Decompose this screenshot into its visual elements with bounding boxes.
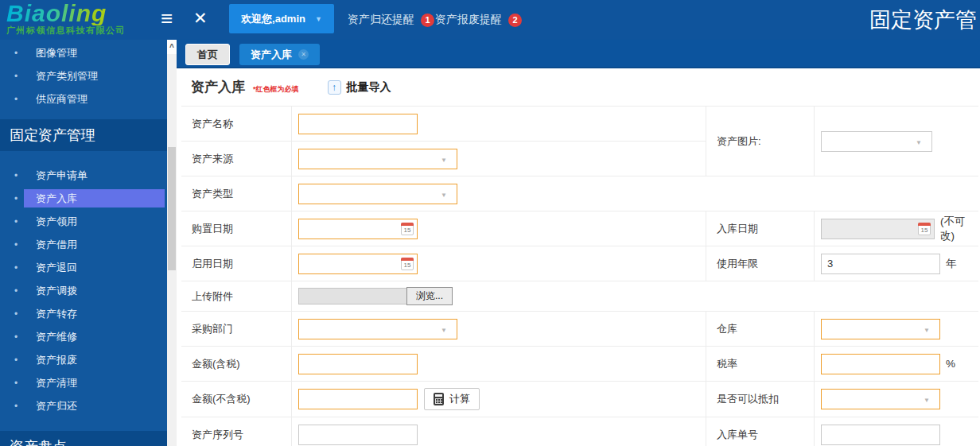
sidebar-item-image-mgmt[interactable]: • 图像管理	[0, 41, 167, 64]
cell-inbound-date: 15 (不可改)	[815, 211, 978, 246]
sidebar-item-label: 资产调拨	[36, 284, 77, 298]
sidebar-item-supplier-mgmt[interactable]: • 供应商管理	[0, 87, 167, 111]
calculator-icon	[434, 393, 444, 405]
amount-with-tax-input[interactable]	[298, 354, 418, 374]
bullet-icon: •	[14, 401, 18, 412]
bullet-icon: •	[14, 378, 18, 389]
calendar-icon[interactable]: 15	[918, 223, 931, 235]
label-amount-without-tax: 金额(不含税)	[181, 382, 292, 417]
sidebar-item-asset-scrap[interactable]: • 资产报废	[0, 348, 167, 371]
sidebar-item-label: 资产领用	[36, 215, 77, 229]
tab-home[interactable]: 首页	[185, 44, 230, 65]
sidebar-item-asset-repair[interactable]: • 资产维修	[0, 325, 167, 348]
sidebar-item-asset-return[interactable]: • 资产退回	[0, 256, 167, 279]
sidebar-item-label: 资产清理	[36, 376, 77, 390]
warehouse-select[interactable]: ▼	[821, 319, 940, 339]
sidebar-item-label: 资产类别管理	[36, 69, 98, 83]
tab-asset-inbound[interactable]: 资产入库 ✕	[239, 44, 320, 65]
asset-name-input[interactable]	[298, 114, 418, 134]
enable-date-input[interactable]: 15	[298, 254, 418, 274]
sidebar-item-asset-giveback[interactable]: • 资产归还	[0, 394, 167, 417]
asset-return-reminder-link[interactable]: 资产归还提醒 1	[348, 0, 434, 40]
sidebar-item-label: 资产维修	[36, 330, 77, 344]
batch-import-button[interactable]: ↑ 批量导入	[328, 80, 391, 95]
not-editable-note: (不可改)	[940, 215, 978, 243]
fixed-asset-app: Biaoling 广州标领信息科技有限公司 ≡ ✕ 欢迎您,admin ▼ 资产…	[0, 0, 980, 446]
sidebar-item-asset-issue[interactable]: • 资产领用	[0, 210, 167, 233]
label-upload-attachment: 上传附件	[181, 281, 292, 312]
tab-label: 资产入库	[251, 48, 292, 62]
cell-amount-without-tax: 计算	[292, 382, 706, 417]
cell-deductible: ▼	[815, 382, 978, 417]
cell-useful-life: 年	[815, 246, 978, 281]
asset-image-select[interactable]: ▼	[821, 131, 932, 152]
label-asset-name: 资产名称	[181, 107, 292, 142]
purchase-date-input[interactable]: 15	[298, 219, 418, 239]
sidebar-nav: • 图像管理 • 资产类别管理 • 供应商管理 固定资产管理 • 资产申请单 •…	[0, 40, 167, 446]
tab-strip: 首页 资产入库 ✕	[177, 40, 980, 68]
asset-source-select[interactable]: ▼	[298, 149, 457, 169]
scrollbar-up-icon[interactable]: ^	[167, 40, 177, 54]
tab-close-icon[interactable]: ✕	[298, 49, 309, 60]
calculate-button[interactable]: 计算	[424, 388, 480, 410]
inbound-no-input[interactable]	[821, 425, 940, 445]
bullet-icon: •	[14, 170, 18, 181]
close-icon[interactable]: ✕	[193, 9, 208, 28]
sidebar-item-asset-category-mgmt[interactable]: • 资产类别管理	[0, 64, 167, 87]
deductible-select[interactable]: ▼	[821, 389, 940, 409]
label-deductible: 是否可以抵扣	[706, 382, 815, 417]
company-name: 广州标领信息科技有限公司	[6, 26, 126, 35]
label-asset-type: 资产类型	[181, 176, 292, 211]
label-amount-with-tax: 金额(含税)	[181, 347, 292, 382]
sidebar-item-asset-transfer[interactable]: • 资产调拨	[0, 279, 167, 302]
cell-asset-name	[292, 107, 706, 142]
sidebar-item-label: 资产申请单	[36, 169, 88, 183]
scrollbar-thumb[interactable]	[168, 147, 176, 270]
sidebar-item-label: 资产报废	[36, 353, 77, 367]
useful-life-input[interactable]	[821, 254, 940, 274]
calendar-icon[interactable]: 15	[401, 223, 414, 235]
sidebar-item-asset-store[interactable]: • 资产转存	[0, 302, 167, 325]
browse-button[interactable]: 浏览...	[406, 287, 453, 305]
upload-icon: ↑	[328, 80, 341, 95]
sidebar-item-label: 资产借用	[36, 238, 77, 252]
hamburger-menu-icon[interactable]: ≡	[161, 6, 173, 31]
bullet-icon: •	[14, 48, 18, 59]
cell-purchase-dept: ▼	[292, 312, 706, 347]
inbound-date-input: 15	[821, 219, 935, 239]
chevron-down-icon: ▼	[924, 397, 930, 404]
asset-scrap-reminder-link[interactable]: 资产报废提醒 2	[435, 0, 522, 40]
label-asset-serial: 资产序列号	[181, 417, 292, 446]
amount-without-tax-input[interactable]	[298, 389, 418, 409]
purchase-dept-select[interactable]: ▼	[298, 319, 457, 339]
cell-asset-image: ▼	[815, 107, 978, 176]
chevron-down-icon: ▼	[916, 139, 922, 146]
welcome-admin-dropdown[interactable]: 欢迎您,admin ▼	[229, 4, 334, 33]
cell-asset-type: ▼	[292, 176, 706, 211]
label-warehouse: 仓库	[706, 312, 815, 347]
app-title: 固定资产管	[869, 6, 977, 34]
file-path-field[interactable]	[298, 288, 407, 304]
reminder-label: 资产报废提醒	[435, 13, 502, 27]
asset-type-select[interactable]: ▼	[298, 184, 457, 204]
sidebar-scrollbar[interactable]: ^	[167, 40, 177, 446]
cell-asset-serial	[292, 417, 706, 446]
calendar-icon[interactable]: 15	[401, 258, 414, 270]
tax-rate-input[interactable]	[821, 354, 940, 374]
cell-amount-with-tax	[292, 347, 706, 382]
calculate-label: 计算	[449, 392, 470, 406]
required-note: *红色框为必填	[253, 84, 299, 95]
empty-cell	[706, 176, 978, 211]
bullet-icon: •	[14, 308, 18, 320]
brand-name: Biaoling	[6, 2, 126, 25]
sidebar-item-asset-cleanup[interactable]: • 资产清理	[0, 371, 167, 394]
sidebar-item-asset-inbound[interactable]: • 资产入库	[0, 187, 167, 210]
sidebar-item-asset-request[interactable]: • 资产申请单	[0, 164, 167, 187]
asset-serial-input[interactable]	[298, 425, 418, 445]
sidebar-item-asset-borrow[interactable]: • 资产借用	[0, 233, 167, 256]
cell-warehouse: ▼	[815, 312, 978, 347]
sidebar-group: • 资产申请单 • 资产入库 • 资产领用 • 资产借用 • 资产退回 •	[0, 164, 167, 417]
sidebar-item-label: 资产转存	[36, 307, 77, 321]
cell-enable-date: 15	[292, 246, 706, 281]
asset-inbound-form: 资产名称 资产图片: ▼ 资产来源 ▼ 资产类型 ▼	[181, 106, 978, 446]
